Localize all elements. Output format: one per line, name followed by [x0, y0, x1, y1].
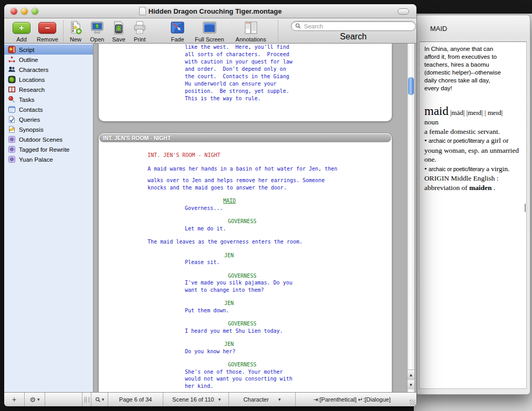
vertical-scrollbar[interactable]: ▲ ▼	[407, 44, 415, 392]
element-type-selector[interactable]: Character ▾	[229, 393, 296, 406]
script-block-dialogue: GOVERNESSI heard you met Shu Lien today.	[99, 320, 392, 334]
character-name: JEN	[224, 341, 392, 348]
sidebar-item-research[interactable]: Research	[4, 85, 93, 94]
new-button[interactable]: New	[69, 20, 82, 43]
sidebar-item-tasks[interactable]: Tasks	[4, 94, 93, 104]
script-block-action: walks over to Jen and helps remove her e…	[99, 177, 392, 191]
dictionary-sense: • archaic or poetic/literary a virgin.	[424, 164, 521, 174]
page-indicator[interactable]: Page 6 of 34	[108, 393, 163, 406]
chevron-down-icon: ▾	[278, 397, 281, 402]
toolbar-separator	[278, 20, 279, 41]
splitter-grip[interactable]	[82, 393, 91, 406]
script-line: knocks and the maid goes to answer the d…	[148, 184, 392, 192]
script-block-action: A maid warms her hands in a basin of hot…	[99, 165, 392, 173]
script-block-action: The maid leaves as the governess enters …	[99, 238, 392, 246]
content-area: ScriptOutlineCharactersLocationsResearch…	[4, 44, 416, 392]
dictionary-headword: maid	[424, 104, 448, 118]
character-name: GOVERNESS	[228, 218, 392, 225]
action-menu-button[interactable]: ⚙▾	[25, 393, 45, 406]
script-block-dialogue: JENPlease sit.	[99, 252, 392, 266]
annotations-button[interactable]: Annotations	[236, 20, 266, 43]
synopsis-icon	[8, 125, 16, 133]
script-block-dialogue: GOVERNESSShe's one of those. Your mother…	[99, 361, 392, 389]
sidebar-item-label: Contacts	[19, 107, 43, 113]
sidebar-item-label: Outline	[19, 57, 38, 63]
script-line: I've made you silk pajamas. Do you	[185, 279, 392, 287]
script-block-dialogue: JENPut them down.	[99, 300, 392, 314]
character-name: GOVERNESS	[228, 272, 392, 280]
script-line: Governess...	[185, 205, 392, 212]
sidebar-item-script[interactable]: Script	[4, 45, 93, 55]
resize-grip[interactable]	[408, 393, 416, 406]
scrollbar-thumb[interactable]	[408, 77, 414, 95]
sidebar-item-label: Synopsis	[19, 127, 44, 133]
minimize-button[interactable]	[21, 8, 28, 15]
scroll-up-arrow[interactable]: ▲	[408, 370, 414, 380]
scene-header-bar[interactable]: INT. JEN'S ROOM - NIGHT	[99, 134, 391, 142]
smart-folder-icon	[8, 135, 16, 143]
script-line: walks over to Jen and helps remove her e…	[148, 177, 392, 184]
search-input[interactable]	[303, 23, 412, 30]
add-icon: +	[13, 22, 30, 34]
save-icon	[112, 20, 126, 35]
add-button[interactable]: + Add	[13, 20, 30, 43]
sidebar-item-locations[interactable]: Locations	[4, 75, 93, 85]
sidebar-item-tagged-for-rewrite[interactable]: Tagged for Rewrite	[4, 144, 93, 154]
sidebar-item-label: Script	[19, 47, 34, 53]
zoom-menu-button[interactable]: ▾	[91, 393, 108, 406]
print-button[interactable]: Print	[133, 20, 147, 43]
tasks-icon	[8, 96, 16, 103]
open-icon	[90, 20, 105, 35]
search-field[interactable]	[291, 21, 416, 31]
sidebar-item-outdoor-scenes[interactable]: Outdoor Scenes	[4, 134, 93, 144]
zoom-button[interactable]	[32, 8, 38, 15]
plus-icon: +	[12, 395, 16, 404]
smart-folder-icon	[8, 145, 16, 153]
sidebar-item-queries[interactable]: Queries	[4, 114, 93, 124]
sidebar-item-characters[interactable]: Characters	[4, 65, 93, 75]
main-window: Hidden Dragon Crouching Tiger.montage + …	[4, 4, 416, 406]
sidebar-item-yuan-palace[interactable]: Yuan Palace	[4, 154, 93, 164]
sidebar-item-synopsis[interactable]: Synopsis	[4, 124, 93, 134]
scroll-down-arrow[interactable]: ▼	[408, 380, 414, 389]
sidebar-item-contacts[interactable]: Contacts	[4, 104, 93, 114]
title-bar[interactable]: Hidden Dragon Crouching Tiger.montage	[4, 4, 416, 18]
scene-selector[interactable]: Scene 16 of 110 ▾	[163, 393, 229, 406]
script-page-2[interactable]: INT. JEN'S ROOM - NIGHT INT. JEN'S ROOM …	[99, 133, 392, 392]
scrollbar-arrows: ▲ ▼	[408, 370, 414, 389]
window-controls	[11, 8, 38, 15]
script-block-dialogue: GOVERNESSLet me do it.	[99, 218, 392, 232]
script-line: She's one of those. Your mother	[185, 368, 392, 376]
status-spacer	[45, 393, 82, 406]
toolbar: + Add – Remove New Open Save Print Fade	[4, 18, 416, 44]
search-icon	[295, 23, 301, 29]
grip-icon	[85, 397, 89, 403]
toolbar-toggle-pill[interactable]	[398, 8, 409, 15]
fullscreen-button[interactable]: Full Screen	[195, 20, 224, 43]
gear-icon: ⚙	[29, 396, 36, 404]
dictionary-pronunciation: |mād| |meɪd| | meɪd|	[448, 109, 503, 117]
close-button[interactable]	[11, 8, 17, 15]
script-editor[interactable]: like the west. Here, you'll find all sor…	[93, 44, 416, 392]
document-icon	[139, 7, 146, 15]
outline-icon	[8, 56, 16, 64]
fade-button[interactable]: Fade	[170, 20, 185, 43]
smart-folder-icon	[8, 155, 16, 163]
add-scene-button[interactable]: +	[4, 393, 25, 406]
sidebar-item-outline[interactable]: Outline	[4, 55, 93, 65]
magnifier-icon	[95, 397, 101, 403]
save-button[interactable]: Save	[112, 20, 126, 43]
dictionary-definition: a female domestic servant.	[424, 127, 521, 136]
new-document-icon	[69, 20, 82, 35]
script-block-dialogue: GOVERNESSI've made you silk pajamas. Do …	[99, 272, 392, 294]
script-page-1[interactable]: like the west. Here, you'll find all sor…	[99, 44, 392, 121]
character-name: MAID	[223, 197, 392, 205]
inspector-text-area[interactable]: In China, anyone that can afford it, fro…	[419, 41, 527, 389]
search-label: Search	[340, 32, 367, 41]
open-button[interactable]: Open	[90, 20, 105, 43]
remove-button[interactable]: – Remove	[37, 20, 58, 43]
chevron-down-icon: ▾	[218, 397, 221, 402]
sidebar-item-label: Tasks	[19, 97, 34, 103]
contacts-icon	[8, 106, 16, 113]
script-block-dialogue: MAIDGoverness...	[99, 197, 392, 212]
